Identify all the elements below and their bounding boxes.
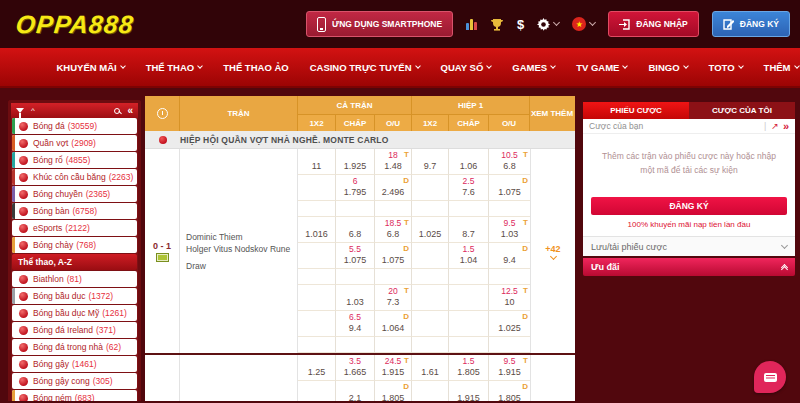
odds-cell[interactable]: 2.57.6 bbox=[449, 175, 489, 201]
odds-cell[interactable] bbox=[412, 269, 449, 285]
sidebar-item-quan-vot[interactable]: Quần vợt(2909) bbox=[12, 135, 137, 151]
filter-icon[interactable] bbox=[16, 108, 24, 113]
search-icon[interactable] bbox=[114, 108, 120, 114]
odds-cell[interactable]: 18T1.48 bbox=[375, 149, 412, 175]
odds-cell[interactable]: 24.5T1.915 bbox=[375, 355, 412, 381]
odds-cell[interactable] bbox=[412, 285, 449, 311]
odds-cell[interactable]: 1.016 bbox=[298, 217, 336, 243]
odds-cell[interactable] bbox=[336, 337, 375, 353]
register-button[interactable]: ĐĂNG KÝ bbox=[712, 11, 790, 37]
tab-my-bets[interactable]: CƯỢC CỦA TÔI bbox=[689, 102, 795, 119]
sidebar-item-esports[interactable]: eSports(2122) bbox=[12, 220, 137, 236]
odds-cell[interactable] bbox=[375, 201, 412, 217]
odds-cell[interactable] bbox=[412, 201, 449, 217]
odds-cell[interactable] bbox=[375, 269, 412, 285]
odds-cell[interactable] bbox=[489, 201, 530, 217]
odds-cell[interactable] bbox=[412, 311, 449, 337]
odds-cell[interactable]: 18.5T6.8 bbox=[375, 217, 412, 243]
odds-cell[interactable] bbox=[449, 201, 489, 217]
odds-cell[interactable]: 2.1 bbox=[336, 381, 375, 401]
odds-cell[interactable] bbox=[449, 311, 489, 337]
match-info[interactable] bbox=[180, 355, 298, 401]
odds-cell[interactable] bbox=[412, 175, 449, 201]
brand-logo[interactable]: OPPA888 bbox=[14, 10, 135, 39]
collapse-all-icon[interactable]: ^ bbox=[31, 107, 35, 115]
nav-item-games[interactable]: GAMES bbox=[512, 62, 555, 73]
sidebar-item-bong-gay-cong[interactable]: Bóng gậy cong(305) bbox=[12, 373, 137, 389]
odds-cell[interactable]: 10.5T6.8 bbox=[489, 149, 530, 175]
sidebar-item-khuc-con-cau-bang[interactable]: Khúc côn cầu băng(2263) bbox=[12, 169, 137, 185]
odds-cell[interactable]: 9.5T1.03 bbox=[489, 217, 530, 243]
match-info[interactable]: Dominic Thiem Holger Vitus Nodskov Rune … bbox=[180, 149, 298, 353]
login-button[interactable]: ĐĂNG NHẬP bbox=[608, 11, 698, 37]
odds-cell[interactable]: 1.925 bbox=[336, 149, 375, 175]
sidebar-item-bong-gay[interactable]: Bóng gậy(1461) bbox=[12, 356, 137, 372]
odds-cell[interactable] bbox=[336, 201, 375, 217]
nav-item-tv-game[interactable]: TV GAME bbox=[576, 62, 627, 73]
sidebar-item-bong-ro[interactable]: Bóng rổ(4855) bbox=[12, 152, 137, 168]
odds-cell[interactable] bbox=[298, 311, 336, 337]
odds-cell[interactable] bbox=[489, 337, 530, 353]
live-chat-button[interactable] bbox=[754, 361, 786, 393]
odds-cell[interactable]: 5.51.075 bbox=[336, 243, 375, 269]
odds-cell[interactable] bbox=[412, 381, 449, 401]
sidebar-item-bong-a-ireland[interactable]: Bóng đá Ireland(371) bbox=[12, 322, 137, 338]
sidebar-item-bong-a-trong-nha[interactable]: Bóng đá trong nhà(62) bbox=[12, 339, 137, 355]
odds-cell[interactable] bbox=[298, 201, 336, 217]
odds-cell[interactable]: 8.7 bbox=[449, 217, 489, 243]
offers-bar[interactable]: Ưu đãi bbox=[583, 258, 795, 276]
sidebar-item-bong-ban[interactable]: Bóng bàn(6758) bbox=[12, 203, 137, 219]
odds-cell[interactable]: 3.51.665 bbox=[336, 355, 375, 381]
odds-cell[interactable] bbox=[449, 337, 489, 353]
see-more-markets[interactable]: +42 bbox=[530, 149, 575, 353]
odds-cell[interactable]: D1.805 bbox=[489, 381, 530, 401]
odds-cell[interactable] bbox=[298, 269, 336, 285]
odds-cell[interactable]: 12.5T10 bbox=[489, 285, 530, 311]
see-more-markets[interactable] bbox=[530, 355, 575, 401]
odds-cell[interactable] bbox=[298, 285, 336, 311]
odds-cell[interactable]: 9.5T1.915 bbox=[489, 355, 530, 381]
nav-item-bingo[interactable]: BINGO bbox=[648, 62, 687, 73]
odds-cell[interactable]: 1.06 bbox=[449, 149, 489, 175]
collapse-sidebar-icon[interactable]: « bbox=[127, 106, 133, 116]
sidebar-item-biathlon[interactable]: Biathlon(81) bbox=[12, 271, 137, 287]
nav-item-the-thao-ao[interactable]: THỂ THAO ẢO bbox=[223, 62, 288, 73]
odds-cell[interactable] bbox=[298, 243, 336, 269]
league-row[interactable]: HIỆP HỘI QUẦN VỢT NHÀ NGHỀ. MONTE CARLO bbox=[145, 131, 575, 149]
odds-cell[interactable]: 1.025 bbox=[412, 217, 449, 243]
sidebar-item-bong-a[interactable]: Bóng đá(30559) bbox=[12, 118, 137, 134]
collapse-panel-icon[interactable]: » bbox=[783, 121, 789, 132]
sidebar-item-bong-bau-duc-my[interactable]: Bóng bầu dục Mỹ(1261) bbox=[12, 305, 137, 321]
odds-cell[interactable]: 6.8 bbox=[336, 217, 375, 243]
odds-cell[interactable]: D1.075 bbox=[375, 243, 412, 269]
sidebar-item-bong-bau-duc[interactable]: Bóng bầu dục(1372) bbox=[12, 288, 137, 304]
odds-cell[interactable]: 20T7.3 bbox=[375, 285, 412, 311]
smartphone-app-button[interactable]: ỨNG DỤNG SMARTPHONE bbox=[306, 11, 453, 37]
odds-cell[interactable]: D1.075 bbox=[489, 175, 530, 201]
odds-cell[interactable]: 1.51.04 bbox=[449, 243, 489, 269]
odds-cell[interactable] bbox=[298, 175, 336, 201]
odds-cell[interactable] bbox=[489, 269, 530, 285]
odds-cell[interactable]: 1.915 bbox=[449, 381, 489, 401]
sidebar-item-bong-chuyen[interactable]: Bóng chuyền(2365) bbox=[12, 186, 137, 202]
language-menu[interactable]: ★ bbox=[572, 17, 595, 31]
sidebar-item-bong-nem[interactable]: Bóng ném(683) bbox=[12, 390, 137, 401]
trophy-icon[interactable] bbox=[490, 18, 504, 31]
odds-cell[interactable] bbox=[449, 285, 489, 311]
odds-cell[interactable] bbox=[336, 269, 375, 285]
odds-cell[interactable]: 1.03 bbox=[336, 285, 375, 311]
statistics-icon[interactable] bbox=[466, 18, 477, 30]
odds-cell[interactable]: 1.25 bbox=[298, 355, 336, 381]
nav-item-them[interactable]: THÊM bbox=[764, 62, 799, 73]
tab-bet-slip[interactable]: PHIẾU CƯỢC bbox=[583, 102, 689, 119]
odds-cell[interactable]: 61.795 bbox=[336, 175, 375, 201]
detach-icon[interactable]: ↗ bbox=[771, 121, 779, 131]
odds-cell[interactable]: D1.064 bbox=[375, 311, 412, 337]
nav-item-the-thao[interactable]: THỂ THAO bbox=[146, 62, 203, 73]
settings-menu[interactable] bbox=[537, 18, 559, 31]
odds-cell[interactable] bbox=[412, 243, 449, 269]
nav-item-quay-so[interactable]: QUAY SỐ bbox=[441, 62, 492, 73]
odds-cell[interactable]: D9.4 bbox=[489, 243, 530, 269]
nav-item-toto[interactable]: TOTO bbox=[709, 62, 743, 73]
save-load-betslip[interactable]: Lưu/tải phiếu cược bbox=[583, 236, 795, 256]
